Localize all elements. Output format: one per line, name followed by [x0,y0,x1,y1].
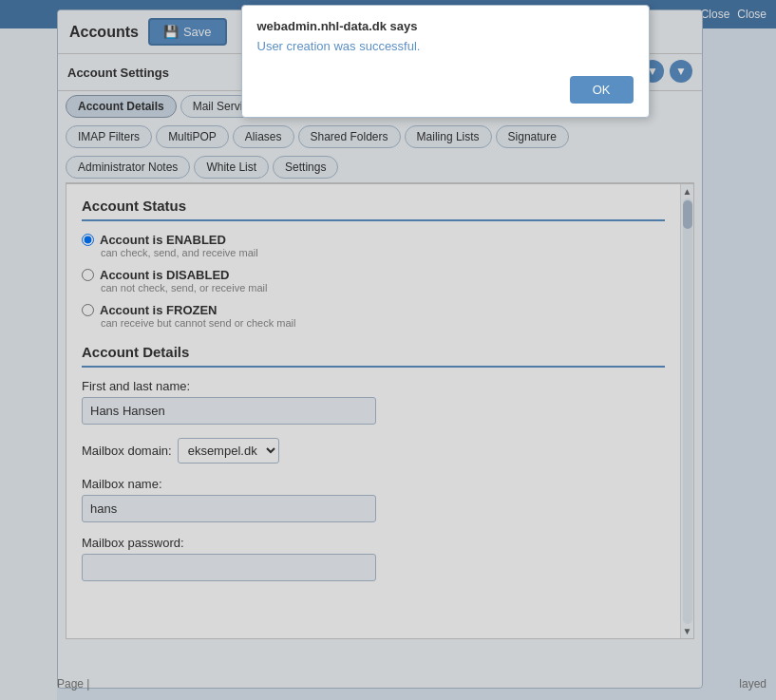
page-label: Page | [57,677,89,691]
dialog-overlay: webadmin.nhl-data.dk says User creation … [0,0,776,700]
page-bottom: Page | [57,677,89,691]
dialog-box: webadmin.nhl-data.dk says User creation … [241,5,650,118]
right-label: layed [739,677,767,691]
dialog-site: webadmin.nhl-data.dk says [242,6,649,39]
ok-button[interactable]: OK [570,76,634,104]
dialog-message: User creation was successful. [242,39,649,68]
right-panel-text: layed [739,677,767,691]
dialog-footer: OK [242,68,649,117]
